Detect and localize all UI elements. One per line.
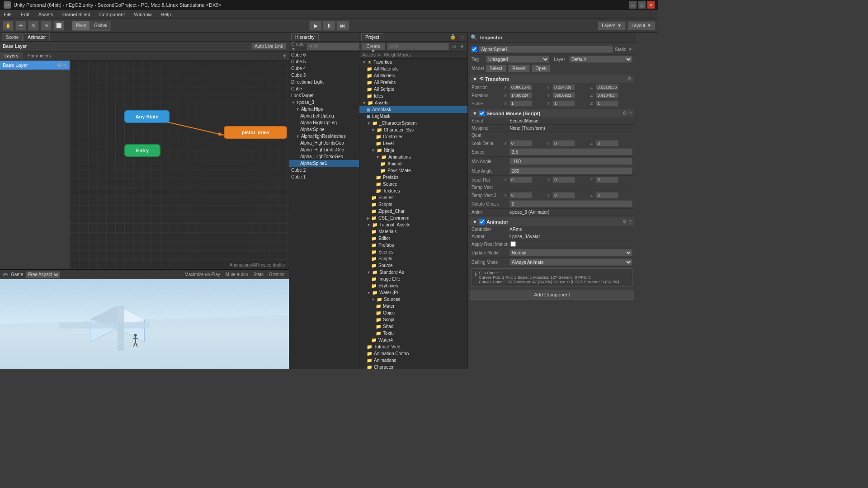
ld-z[interactable] bbox=[596, 140, 618, 146]
hierarchy-cube4[interactable]: Cube 4 bbox=[289, 65, 359, 72]
hand-tool[interactable]: ✋ bbox=[3, 21, 14, 31]
object-name-field[interactable] bbox=[479, 46, 613, 53]
rotate-check-input[interactable] bbox=[509, 200, 632, 207]
hierarchy-highlimbs[interactable]: Alpha_HighLimbsGeo bbox=[289, 146, 359, 153]
pistol-draw-node[interactable]: pistol_draw bbox=[224, 126, 287, 139]
gizmos-btn[interactable]: Gizmos bbox=[267, 272, 286, 277]
static-checkbox[interactable]: ▼ bbox=[628, 47, 632, 52]
hierarchy-cube1[interactable]: Cube 1 bbox=[289, 174, 359, 180]
tv2-x[interactable] bbox=[509, 192, 532, 198]
any-state-node[interactable]: Any State bbox=[124, 110, 170, 123]
animator-settings-btn[interactable]: ⚙ bbox=[623, 219, 627, 225]
add-component-btn[interactable]: Add Component bbox=[470, 290, 634, 300]
auto-live-link-btn[interactable]: Auto Live Link bbox=[251, 43, 286, 50]
pause-btn[interactable]: ⏸ bbox=[323, 21, 335, 31]
tree-physics[interactable]: 📁PhysicMate bbox=[359, 167, 467, 174]
tree-animations-root[interactable]: 📁Animations bbox=[359, 357, 467, 364]
layer-settings-icon[interactable]: ⚙ bbox=[63, 63, 67, 68]
proj-icon2[interactable]: ★ bbox=[458, 43, 466, 50]
layers-tab[interactable]: Layers bbox=[0, 52, 23, 59]
tag-select[interactable]: Untagged bbox=[486, 56, 549, 63]
layers-dropdown[interactable]: Layers ▼ bbox=[598, 21, 626, 30]
layer-solo-icon[interactable]: M bbox=[57, 63, 61, 68]
menu-edit[interactable]: Edit bbox=[19, 11, 31, 18]
tree-legmask[interactable]: ◼LegMask bbox=[359, 113, 467, 120]
fav-all-scripts[interactable]: 📁All Scripts bbox=[359, 86, 467, 93]
rot-y-input[interactable] bbox=[552, 92, 575, 99]
tree-anim-controller[interactable]: 📁Animation Contro bbox=[359, 350, 467, 357]
hierarchy-tab[interactable]: Hierarchy bbox=[291, 33, 319, 41]
pos-y-input[interactable] bbox=[552, 84, 575, 90]
layer-select[interactable]: Default bbox=[569, 56, 632, 63]
tree-tutorial-vide[interactable]: 📁Tutorial_Vide bbox=[359, 343, 467, 350]
project-tab[interactable]: Project bbox=[361, 33, 383, 41]
tree-script-water[interactable]: 📁Script bbox=[359, 316, 467, 323]
minimize-btn[interactable]: ─ bbox=[629, 1, 637, 9]
tree-scenes-tut[interactable]: 📁Scenes bbox=[359, 249, 467, 255]
hierarchy-spine1[interactable]: Alpha:Spine1 bbox=[289, 160, 359, 167]
step-btn[interactable]: ⏭ bbox=[336, 21, 349, 31]
hierarchy-spine[interactable]: Alpha:Spine bbox=[289, 126, 359, 133]
min-angle-input[interactable] bbox=[509, 158, 632, 165]
menu-assets[interactable]: Assets bbox=[37, 11, 55, 18]
transform-section[interactable]: ▼ ⟲ Transform ⚙ bbox=[470, 75, 634, 83]
hierarchy-cube2[interactable]: Cube 2 bbox=[289, 167, 359, 174]
tree-textu[interactable]: 📁Textu bbox=[359, 330, 467, 337]
menu-file[interactable]: File bbox=[2, 11, 14, 18]
rect-tool[interactable]: ⬜ bbox=[53, 21, 64, 31]
tree-zipped[interactable]: 📁Zipped_Char bbox=[359, 208, 467, 215]
hierarchy-rightupleg[interactable]: Alpha:RightUpLeg bbox=[289, 119, 359, 126]
object-active-checkbox[interactable] bbox=[472, 47, 477, 52]
second-mouse-settings[interactable]: ⚙ bbox=[623, 110, 627, 116]
tree-water4[interactable]: 📁Water4 bbox=[359, 337, 467, 343]
fav-idles[interactable]: 📁Idles bbox=[359, 93, 467, 99]
fav-all-materials[interactable]: 📁All Materials bbox=[359, 66, 467, 72]
play-btn[interactable]: ▶ bbox=[309, 21, 322, 31]
pivot-btn[interactable]: Pivot bbox=[72, 21, 90, 30]
culling-mode-select[interactable]: Always Animate bbox=[509, 258, 632, 266]
tree-skyboxes[interactable]: 📁Skyboxes bbox=[359, 282, 467, 289]
project-menu-btn[interactable]: ☰ bbox=[458, 33, 466, 40]
tree-armmask[interactable]: ◼ArmMask bbox=[359, 106, 467, 113]
scale-z-input[interactable] bbox=[596, 100, 618, 107]
tree-character[interactable]: 📁Character bbox=[359, 364, 467, 369]
menu-window[interactable]: Window bbox=[132, 11, 153, 18]
aspect-select[interactable]: Free Aspect bbox=[26, 271, 60, 278]
tree-objec[interactable]: 📁Objec bbox=[359, 310, 467, 316]
tree-water[interactable]: ▼📁Water (Pr bbox=[359, 289, 467, 296]
tree-scripts-tut[interactable]: 📁Scripts bbox=[359, 255, 467, 262]
rot-x-input[interactable] bbox=[509, 92, 532, 99]
revert-btn[interactable]: Revert bbox=[508, 65, 529, 72]
tree-charsys[interactable]: ▼📁Character_Sys bbox=[359, 127, 467, 133]
entry-node[interactable]: Entry bbox=[124, 144, 160, 157]
speed-input[interactable] bbox=[509, 148, 632, 155]
game-tab-label[interactable]: Game bbox=[11, 272, 23, 277]
assets-section[interactable]: ▼ 📁 Assets bbox=[359, 99, 467, 106]
hierarchy-highjoints[interactable]: Alpha_HighJointsGeo bbox=[289, 140, 359, 146]
tree-controller[interactable]: 📁Controller bbox=[359, 133, 467, 140]
update-mode-select[interactable]: Normal bbox=[509, 249, 632, 256]
fav-all-prefabs[interactable]: 📁All Prefabs bbox=[359, 79, 467, 86]
menu-component[interactable]: Component bbox=[97, 11, 127, 18]
scale-tool[interactable]: ⇲ bbox=[41, 21, 52, 31]
ir-x[interactable] bbox=[509, 177, 532, 183]
tree-editor[interactable]: 📁Editor bbox=[359, 235, 467, 242]
hierarchy-cube3[interactable]: Cube 3 bbox=[289, 72, 359, 79]
tree-animati[interactable]: 📁Animati bbox=[359, 160, 467, 167]
menu-gameobject[interactable]: GameObject bbox=[61, 11, 92, 18]
ir-y[interactable] bbox=[552, 177, 575, 183]
rotate-tool[interactable]: ↻ bbox=[28, 21, 39, 31]
second-mouse-checkbox[interactable] bbox=[479, 111, 485, 116]
scale-x-input[interactable] bbox=[509, 100, 532, 107]
hierarchy-alpha-hips[interactable]: ▼Alpha:Hips bbox=[289, 106, 359, 113]
tree-prefabs-tut[interactable]: 📁Prefabs bbox=[359, 242, 467, 249]
ld-x[interactable] bbox=[509, 140, 532, 146]
animator-checkbox[interactable] bbox=[479, 219, 485, 225]
hierarchy-looktarget[interactable]: LookTarget bbox=[289, 92, 359, 99]
mute-audio-btn[interactable]: Mute audio bbox=[224, 272, 250, 277]
animator-canvas[interactable]: Any State Entry pistol_draw Animations/A… bbox=[70, 61, 289, 269]
proj-icon1[interactable]: ⊙ bbox=[451, 43, 458, 50]
move-tool[interactable]: ✛ bbox=[15, 21, 26, 31]
second-mouse-help[interactable]: ? bbox=[629, 110, 632, 116]
hierarchy-hightorso[interactable]: Alpha_HighTorsoGeo bbox=[289, 153, 359, 160]
